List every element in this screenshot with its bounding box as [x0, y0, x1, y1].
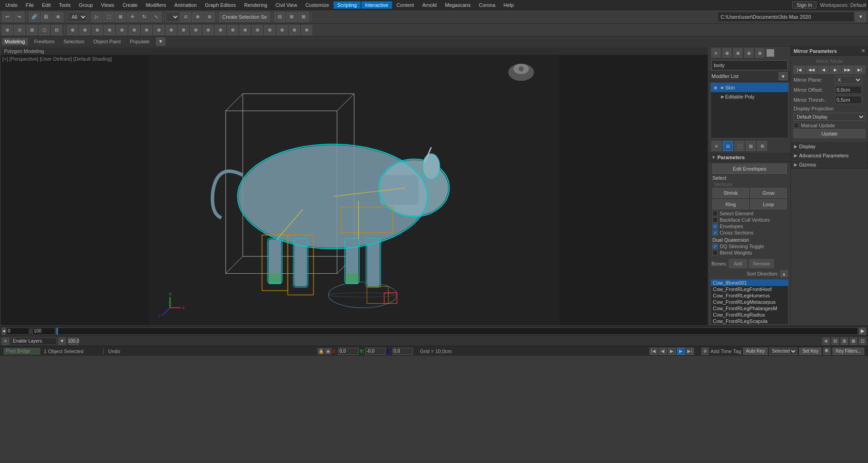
mirror-play-fwd[interactable]: ▶ — [830, 66, 842, 74]
mirror-play-end[interactable]: ▶| — [854, 66, 866, 74]
layers-btn-4[interactable]: ⊠ — [850, 338, 857, 345]
layers-dropdown-btn[interactable]: ▼ — [58, 338, 66, 345]
obj13-btn[interactable]: ⊕ — [215, 25, 226, 35]
edit-envelopes-button[interactable]: Edit Envelopes — [712, 164, 787, 174]
path-dropdown-btn[interactable]: ▼ — [855, 12, 866, 22]
mirror-thresh-input[interactable] — [835, 96, 862, 104]
bone-item-1[interactable]: Cow_FrontRLegFrontHoof — [711, 286, 788, 292]
max-frame-input[interactable] — [32, 328, 55, 335]
snap2-btn[interactable]: ⊞ — [286, 12, 297, 22]
mirror-offset-input[interactable] — [835, 86, 862, 94]
x-input[interactable] — [338, 348, 359, 355]
pivot-btn[interactable]: ⊙ — [180, 12, 191, 22]
select-region2-btn[interactable]: ⊞ — [115, 12, 126, 22]
megascans-menu-item[interactable]: Megascans — [441, 1, 474, 9]
loop-button[interactable]: Loop — [750, 199, 787, 209]
obj18-btn[interactable]: ⊕ — [277, 25, 288, 35]
views-menu-item[interactable]: Views — [97, 1, 118, 9]
obj20-btn[interactable]: ⊕ — [301, 25, 312, 35]
modifier-editable-poly[interactable]: ▶ Editable Poly — [711, 92, 788, 101]
bone-item-6[interactable]: Cow_FrontRLegScapula — [711, 318, 788, 324]
play-end-btn[interactable]: ▶| — [686, 348, 694, 355]
rendering-menu-item[interactable]: Rendering — [241, 1, 271, 9]
obj10-btn[interactable]: ⊕ — [178, 25, 189, 35]
bone-item-5[interactable]: Cow_FrontRLegRadius — [711, 312, 788, 318]
modeling-tab[interactable]: Modeling — [2, 38, 28, 45]
obj7-btn[interactable]: ⊕ — [141, 25, 152, 35]
play-start-btn[interactable]: |◀ — [649, 348, 658, 355]
rotate-btn[interactable]: ↻ — [139, 12, 150, 22]
redo-btn[interactable]: ↪ — [14, 12, 25, 22]
move-btn[interactable]: ✛ — [127, 12, 138, 22]
layers-btn-1[interactable]: ⊕ — [822, 338, 830, 345]
edit-menu-item[interactable]: Edit — [38, 1, 54, 9]
create-selection-button[interactable]: Create Selection Se — [219, 12, 270, 22]
z-input[interactable] — [392, 348, 413, 355]
timeline-expand-btn[interactable]: ◀ — [2, 328, 5, 335]
obj17-btn[interactable]: ⊕ — [264, 25, 275, 35]
scripting-menu-item[interactable]: Scripting — [334, 1, 361, 9]
unlink-btn[interactable]: ⛓ — [41, 12, 52, 22]
key-filters-button[interactable]: Key Filters... — [832, 348, 864, 355]
remove-bones-button[interactable]: Remove — [749, 259, 774, 268]
current-frame-input[interactable] — [6, 328, 29, 335]
create-menu-item[interactable]: Create — [119, 1, 141, 9]
layers-icon-btn[interactable]: ≡ — [2, 338, 9, 345]
obj9-btn[interactable]: ⊕ — [166, 25, 177, 35]
modifiers-menu-item[interactable]: Modifiers — [142, 1, 170, 9]
add-bones-button[interactable]: Add — [729, 259, 747, 268]
subpanel-icon-2[interactable]: ⊟ — [723, 141, 733, 151]
modifier-skin[interactable]: ◉ ▶ Skin — [711, 83, 788, 92]
selection-tab[interactable]: Selection — [61, 38, 87, 45]
gizmos-section-header[interactable]: ▶ Gizmos — [791, 161, 868, 169]
obj-btn[interactable]: ⊕ — [67, 25, 78, 35]
grow-button[interactable]: Grow — [750, 188, 787, 198]
add-time-tag-label[interactable]: Add Time Tag — [711, 349, 741, 354]
cross-sections-cb[interactable]: ✓ — [712, 230, 718, 235]
panel-icon-2[interactable]: ⊕ — [722, 48, 732, 57]
pixel-bridge-indicator[interactable]: Pixel Bridge — [4, 348, 40, 354]
link-btn[interactable]: 🔗 — [29, 12, 40, 22]
panel-icon-1[interactable]: ≡ — [711, 48, 721, 57]
viewport[interactable]: [+] [Perspective] [User Defined] [Defaul… — [0, 47, 708, 326]
select-element-cb[interactable] — [712, 211, 718, 216]
corona-menu-item[interactable]: Corona — [475, 1, 499, 9]
envelopes-cb[interactable]: ✓ — [712, 224, 718, 229]
timeline-end-btn[interactable]: ▶ — [859, 328, 866, 335]
group-menu-item[interactable]: Group — [75, 1, 97, 9]
modifier-list-dropdown[interactable]: ▼ — [779, 72, 788, 80]
dq-toggle-cb[interactable]: ✓ — [712, 244, 718, 249]
bone-item-2[interactable]: Cow_FrontRLegHumerus — [711, 292, 788, 299]
layers-value-input[interactable]: 100,0 — [68, 338, 78, 345]
geo-btn[interactable]: ⬡ — [39, 25, 50, 35]
ring-button[interactable]: Ring — [712, 199, 749, 209]
object-name-input[interactable] — [711, 60, 788, 70]
play-fwd-btn[interactable]: ▶ — [677, 348, 685, 355]
layers-btn-3[interactable]: ⊞ — [841, 338, 848, 345]
snap3-btn[interactable]: ⊞ — [298, 12, 309, 22]
animation-menu-item[interactable]: Animation — [171, 1, 200, 9]
panel-icon-5[interactable]: ⊕ — [755, 48, 764, 57]
modifier-btn[interactable]: ⊟ — [51, 25, 62, 35]
graph-editors-menu-item[interactable]: Graph Editors — [201, 1, 240, 9]
coord-lock-btn[interactable]: 🔒 — [318, 348, 324, 354]
bone-item-4[interactable]: Cow_FrontRLegPhalangesM — [711, 305, 788, 312]
content-menu-item[interactable]: Content — [393, 1, 418, 9]
obj12-btn[interactable]: ⊕ — [203, 25, 214, 35]
select-region-btn[interactable]: ⬚ — [103, 12, 114, 22]
mirror-play-start[interactable]: |◀ — [794, 66, 805, 74]
update-button[interactable]: Update — [794, 129, 865, 138]
bone-item-7[interactable]: Cow_Jaw — [711, 324, 788, 325]
search-btn[interactable]: 🔍 — [823, 348, 831, 355]
bone-item-3[interactable]: Cow_FrontRLegMetacarpus — [711, 299, 788, 305]
set-key-button[interactable]: Set Key — [799, 348, 821, 355]
obj6-btn[interactable]: ⊕ — [129, 25, 140, 35]
obj16-btn[interactable]: ⊕ — [252, 25, 263, 35]
populate-tab[interactable]: Populate — [127, 38, 152, 45]
undo-btn[interactable]: ↩ — [2, 12, 13, 22]
parameters-section-header[interactable]: ▼ Parameters — [709, 153, 790, 162]
interactive-menu-item[interactable]: Interactive — [361, 1, 392, 9]
mirror-plane-dropdown[interactable]: X Y Z — [835, 76, 862, 84]
customize-menu-item[interactable]: Customize — [302, 1, 333, 9]
subpanel-icon-1[interactable]: ≡ — [711, 141, 722, 151]
